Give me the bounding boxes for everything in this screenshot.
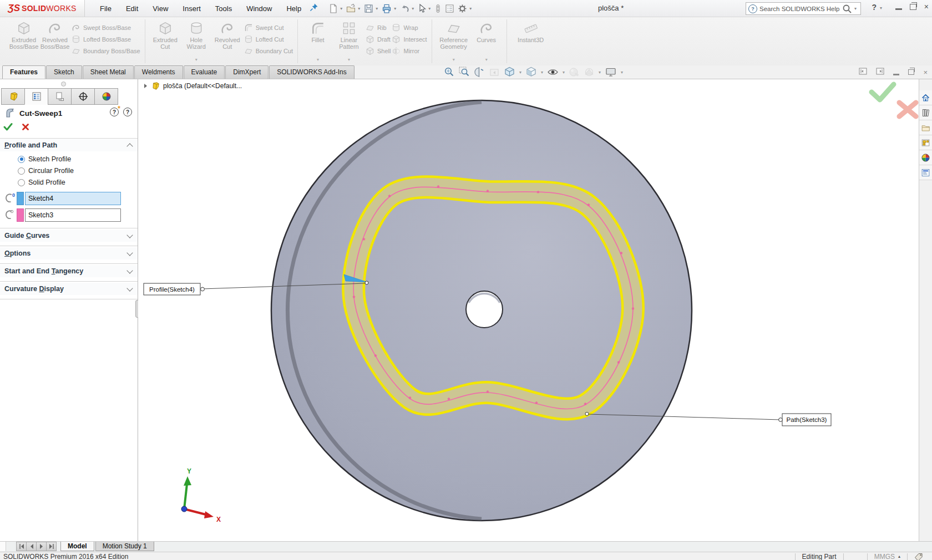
- fillet-button[interactable]: Fillet ▾: [302, 20, 333, 63]
- section-options[interactable]: Options: [0, 247, 138, 259]
- first-tab-button[interactable]: [16, 542, 27, 551]
- section-guide-curves[interactable]: Guide Curves: [0, 230, 138, 242]
- feature-tree-flyout[interactable]: plošča (Default<<Default...: [144, 82, 242, 90]
- pane-left-icon[interactable]: [859, 67, 867, 77]
- view-orientation-caret[interactable]: ▾: [519, 70, 521, 75]
- custom-properties-tab[interactable]: [919, 165, 932, 180]
- select-dropdown-caret[interactable]: ▾: [428, 6, 430, 11]
- hide-show-caret[interactable]: ▾: [563, 70, 565, 75]
- menu-window[interactable]: Window: [240, 2, 278, 16]
- radio-sketch-profile[interactable]: Sketch Profile: [18, 155, 71, 164]
- close-button[interactable]: ×: [924, 3, 929, 10]
- whats-new-help-icon[interactable]: ?*: [110, 108, 119, 116]
- help-dropdown-caret[interactable]: ▾: [880, 6, 882, 11]
- propertymanager-tab[interactable]: [24, 88, 48, 105]
- tab-sketch[interactable]: Sketch: [46, 65, 82, 79]
- reference-geometry-button[interactable]: Reference Geometry ▾: [437, 20, 471, 63]
- pin-menu-icon[interactable]: [310, 3, 318, 14]
- doc-close-button[interactable]: ×: [923, 69, 928, 75]
- print-button[interactable]: [381, 3, 393, 14]
- model-tab[interactable]: Model: [60, 542, 94, 551]
- expand-arrow-icon[interactable]: [144, 83, 148, 89]
- boundary-boss-base-button[interactable]: Boundary Boss/Base: [72, 47, 140, 55]
- resources-home-tab[interactable]: [919, 90, 932, 105]
- tab-dimxpert[interactable]: DimXpert: [225, 65, 269, 79]
- extruded-boss-base-button[interactable]: Extruded Boss/Base: [8, 20, 39, 63]
- section-profile-and-path[interactable]: Profile and Path: [0, 139, 138, 151]
- open-dropdown-caret[interactable]: ▾: [358, 6, 360, 11]
- next-tab-button[interactable]: [36, 542, 47, 551]
- design-library-tab[interactable]: [919, 105, 932, 120]
- linear-pattern-button[interactable]: Linear Pattern ▾: [333, 20, 364, 63]
- restore-button[interactable]: [910, 4, 916, 10]
- tab-sheet-metal[interactable]: Sheet Metal: [83, 65, 134, 79]
- selection-filter-icon[interactable]: [433, 3, 443, 14]
- confirm-cancel-mark[interactable]: [899, 103, 916, 116]
- zoom-to-area-icon[interactable]: [459, 67, 470, 78]
- view-settings-caret[interactable]: ▾: [621, 70, 623, 75]
- appearances-tab[interactable]: [919, 150, 932, 165]
- new-dropdown-caret[interactable]: ▾: [340, 6, 342, 11]
- display-style-caret[interactable]: ▾: [541, 70, 543, 75]
- rib-button[interactable]: Rib: [366, 23, 391, 32]
- featuremanager-tree-tab[interactable]: [1, 88, 25, 105]
- menu-file[interactable]: File: [94, 2, 118, 16]
- section-curvature-display[interactable]: Curvature Display: [0, 283, 138, 295]
- fillet-caret[interactable]: ▾: [302, 57, 333, 62]
- radio-circular-profile[interactable]: Circular Profile: [18, 166, 74, 175]
- reference-geometry-caret[interactable]: ▾: [437, 57, 471, 62]
- curves-button[interactable]: Curves ▾: [471, 20, 502, 63]
- quick-tips-toggle[interactable]: [907, 553, 930, 560]
- undo-button[interactable]: [399, 3, 411, 14]
- tab-features[interactable]: Features: [2, 65, 45, 79]
- pane-right-icon[interactable]: [876, 67, 884, 77]
- previous-view-icon[interactable]: [489, 67, 500, 78]
- boundary-cut-button[interactable]: Boundary Cut: [244, 47, 293, 55]
- extruded-cut-button[interactable]: Extruded Cut: [150, 20, 181, 63]
- center-hole[interactable]: [466, 291, 503, 328]
- hole-wizard-caret[interactable]: ▾: [181, 57, 212, 62]
- displaymanager-tab[interactable]: [94, 88, 118, 105]
- cancel-button[interactable]: [22, 123, 29, 131]
- display-style-icon[interactable]: [525, 67, 537, 78]
- apply-scene-caret[interactable]: ▾: [599, 70, 601, 75]
- search-icon[interactable]: [842, 4, 852, 14]
- help-icon[interactable]: ?: [123, 108, 132, 116]
- doc-minimize-button[interactable]: [893, 74, 899, 75]
- settings-dropdown-caret[interactable]: ▾: [469, 6, 472, 11]
- menu-edit[interactable]: Edit: [120, 2, 144, 16]
- help-button[interactable]: ?: [872, 3, 877, 12]
- hide-show-items-icon[interactable]: [547, 67, 559, 78]
- menu-view[interactable]: View: [146, 2, 174, 16]
- panel-collapse-handle[interactable]: [61, 82, 66, 86]
- new-document-button[interactable]: [327, 3, 339, 14]
- profile-selection-field[interactable]: Sketch4: [25, 192, 121, 205]
- view-orientation-icon[interactable]: [504, 67, 515, 78]
- apply-scene-icon[interactable]: [584, 67, 595, 78]
- menu-help[interactable]: Help: [280, 2, 307, 16]
- save-dropdown-caret[interactable]: ▾: [376, 6, 378, 11]
- units-selector[interactable]: MMGS▴: [867, 553, 907, 560]
- undo-dropdown-caret[interactable]: ▾: [412, 6, 414, 11]
- model-scene[interactable]: *** *** *** *** *** *: [138, 79, 919, 541]
- section-view-icon[interactable]: [474, 67, 485, 78]
- intersect-button[interactable]: Intersect: [392, 35, 427, 44]
- minimize-button[interactable]: [895, 8, 902, 10]
- zoom-to-fit-icon[interactable]: [444, 67, 455, 78]
- menu-tools[interactable]: Tools: [209, 2, 238, 16]
- lofted-cut-button[interactable]: Lofted Cut: [244, 35, 293, 44]
- swept-cut-button[interactable]: Swept Cut: [244, 23, 293, 32]
- search-dropdown-caret[interactable]: ▾: [854, 6, 857, 11]
- last-tab-button[interactable]: [46, 542, 57, 551]
- lofted-boss-base-button[interactable]: Lofted Boss/Base: [72, 35, 140, 44]
- mirror-button[interactable]: Mirror: [392, 47, 427, 55]
- wrap-button[interactable]: Wrap: [392, 23, 427, 32]
- previous-tab-button[interactable]: [26, 542, 37, 551]
- options-list-icon[interactable]: [444, 3, 455, 14]
- revolved-cut-button[interactable]: Revolved Cut: [212, 20, 243, 63]
- select-button[interactable]: [417, 3, 427, 14]
- shell-button[interactable]: Shell: [366, 47, 391, 55]
- edit-appearance-icon[interactable]: [569, 67, 580, 78]
- revolved-boss-base-button[interactable]: Revolved Boss/Base: [39, 20, 70, 63]
- help-search-box[interactable]: ? Search SOLIDWORKS Help ▾: [746, 2, 861, 15]
